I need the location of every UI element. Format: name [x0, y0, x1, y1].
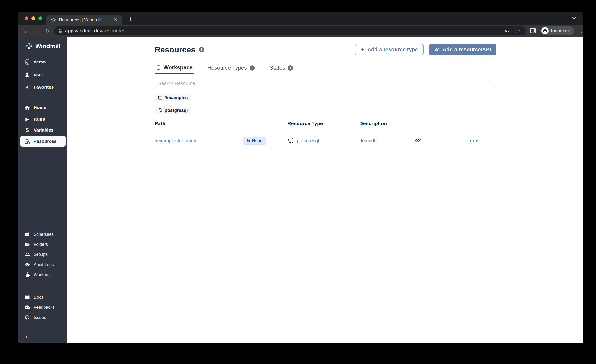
tab-workspace[interactable]: Workspace	[155, 61, 194, 74]
info-icon[interactable]: i	[288, 65, 293, 71]
chain-link-icon[interactable]	[415, 137, 421, 143]
sidebar-item-label: user	[34, 72, 43, 77]
tab-states[interactable]: States i	[268, 61, 294, 74]
sidebar-item-label: Favorites	[34, 85, 54, 90]
sidebar-item-label: Folders	[34, 242, 48, 247]
resource-path-link[interactable]: f/examples/demodb	[155, 138, 196, 143]
sidebar-item-groups[interactable]: Groups	[18, 250, 67, 259]
incognito-badge[interactable]: Incognito	[540, 26, 574, 35]
sidebar-item-runs[interactable]: ▶ Runs	[18, 114, 67, 124]
resource-description: demodb	[359, 138, 377, 143]
sidebar-item-favorites[interactable]: ★ Favorites	[18, 82, 67, 92]
column-header-resource-type: Resource Type	[288, 121, 359, 126]
postgresql-icon	[158, 108, 163, 113]
sidebar-item-folders[interactable]: Folders	[18, 240, 67, 249]
dollar-icon: $	[24, 127, 30, 134]
cubes-icon	[24, 139, 30, 144]
folder-icon	[158, 96, 162, 100]
incognito-spy-icon	[541, 27, 549, 34]
sidebar-item-label: Schedules	[34, 232, 54, 237]
tab-resource-types[interactable]: Resource Types i	[206, 61, 256, 74]
sidebar-item-label: demo	[34, 59, 46, 65]
postgresql-icon	[288, 137, 294, 144]
browser-tab[interactable]: Resources | Windmill ✕	[46, 15, 122, 25]
toolbar-right: Incognito ⋮	[530, 26, 583, 35]
tab-strip: Resources | Windmill ✕ +	[18, 12, 583, 25]
table-row[interactable]: f/examples/demodb Read postgresql	[155, 130, 496, 151]
collapse-arrow-icon: ←	[24, 332, 31, 340]
play-icon: ▶	[24, 116, 30, 122]
column-header-path: Path	[155, 121, 243, 126]
tab-close-icon[interactable]: ✕	[112, 17, 119, 23]
resource-type-link[interactable]: postgresql	[297, 138, 319, 143]
sidebar-item-issues[interactable]: Issues	[18, 313, 67, 322]
sidebar-item-label: Docs	[34, 295, 43, 300]
sidebar-item-label: Feedbacks	[34, 305, 55, 310]
sidebar-item-variables[interactable]: $ Variables	[18, 125, 67, 135]
new-tab-button[interactable]: +	[126, 15, 135, 23]
sidebar-item-user[interactable]: user	[18, 70, 67, 79]
sidebar-item-home[interactable]: Home	[18, 103, 67, 112]
sidebar-item-label: Audit Logs	[34, 262, 54, 267]
search-input[interactable]	[155, 79, 496, 88]
sidebar-item-label: Home	[34, 105, 46, 110]
info-icon[interactable]: i	[250, 65, 255, 71]
windmill-favicon-icon	[50, 17, 56, 23]
sidebar-item-workspace[interactable]: demo	[18, 57, 67, 67]
home-icon	[24, 105, 30, 110]
sidebar: Windmill demo user ★ Favorites	[18, 37, 67, 343]
filter-chip-postgresql[interactable]: postgresql	[155, 107, 191, 114]
eye-icon	[24, 263, 30, 267]
folder-open-icon	[24, 242, 30, 247]
browser-window: Resources | Windmill ✕ + ← → ↻ app.windm…	[18, 12, 583, 343]
building-icon	[156, 65, 161, 70]
url-text: app.windmill.dev/resources	[65, 28, 504, 34]
discord-icon	[24, 305, 30, 309]
sidebar-item-label: Groups	[34, 252, 48, 257]
browser-menu-icon[interactable]: ⋮	[578, 27, 583, 34]
add-resource-type-button[interactable]: + Add a resource type	[355, 44, 424, 55]
forward-icon[interactable]: →	[32, 27, 42, 35]
sidebar-item-schedules[interactable]: Schedules	[18, 230, 67, 239]
sidebar-item-label: Variables	[34, 127, 53, 133]
zoom-window-button[interactable]	[38, 16, 42, 20]
column-header-description: Description	[359, 121, 415, 126]
users-icon	[246, 139, 250, 142]
lock-icon	[58, 28, 62, 33]
link-icon	[434, 47, 440, 52]
sidebar-item-label: Workers	[34, 272, 50, 277]
table-header: Path Resource Type Description	[155, 121, 496, 130]
sidebar-item-audit-logs[interactable]: Audit Logs	[18, 260, 67, 269]
sidebar-item-label: Resources	[33, 139, 57, 144]
reload-icon[interactable]: ↻	[42, 27, 53, 35]
main-panel: Resources i + Add a resource type	[67, 37, 583, 343]
side-panel-icon[interactable]	[530, 28, 536, 34]
robot-icon	[24, 272, 30, 277]
close-window-button[interactable]	[25, 16, 28, 20]
sidebar-collapse-button[interactable]: ←	[18, 331, 67, 341]
add-resource-api-button[interactable]: Add a resource/API	[429, 44, 496, 55]
windmill-logo-icon	[25, 42, 33, 50]
windmill-brand[interactable]: Windmill	[18, 39, 67, 53]
info-icon[interactable]: i	[199, 47, 204, 52]
page-title: Resources	[155, 45, 195, 54]
filter-chip-folder[interactable]: f/examples	[155, 94, 191, 101]
tab-search-chevron-icon[interactable]	[571, 16, 577, 21]
sidebar-item-label: Runs	[34, 117, 45, 122]
password-key-icon[interactable]	[504, 28, 510, 34]
users-gear-icon	[24, 252, 30, 257]
row-menu-icon[interactable]	[470, 140, 496, 141]
sidebar-item-workers[interactable]: Workers	[18, 270, 67, 279]
sidebar-item-feedbacks[interactable]: Feedbacks	[18, 303, 67, 312]
url-bar[interactable]: app.windmill.dev/resources ☆	[54, 26, 526, 35]
incognito-label: Incognito	[551, 28, 570, 34]
sidebar-divider	[18, 327, 67, 328]
tab-title: Resources | Windmill	[59, 17, 112, 22]
bookmark-star-icon[interactable]: ☆	[515, 27, 521, 34]
back-icon[interactable]: ←	[21, 27, 32, 35]
brand-name: Windmill	[35, 43, 60, 50]
sidebar-item-resources[interactable]: Resources	[20, 136, 66, 147]
minimize-window-button[interactable]	[31, 16, 35, 20]
browser-toolbar: ← → ↻ app.windmill.dev/resources ☆	[18, 25, 583, 37]
sidebar-item-docs[interactable]: Docs	[18, 292, 67, 302]
